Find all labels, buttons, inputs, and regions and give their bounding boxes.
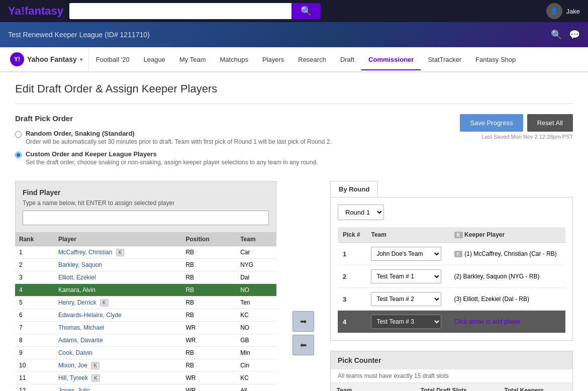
- player-row[interactable]: 6 Edwards-Helaire, Clyde RB KC: [15, 309, 276, 322]
- player-row[interactable]: 10 Mixon, Joe K RB Cin: [15, 359, 276, 372]
- player-link[interactable]: Hill, Tyreek: [58, 374, 88, 381]
- player-row[interactable]: 4 Kamara, Alvin RB NO: [15, 284, 276, 297]
- nav-brand[interactable]: Y! Yahoo Fantasy ▾: [4, 47, 89, 71]
- custom-radio[interactable]: [15, 152, 22, 158]
- save-progress-button[interactable]: Save Progress: [460, 114, 523, 132]
- player-team: NYG: [236, 259, 276, 271]
- player-row[interactable]: 7 Thomas, Michael WR NO: [15, 322, 276, 334]
- find-player-input[interactable]: [23, 211, 269, 225]
- nav: Y! Yahoo Fantasy ▾ Football '20 League M…: [0, 47, 588, 72]
- search-icon[interactable]: 🔍: [551, 29, 562, 40]
- pick-counter: Pick Counter All teams must have exactly…: [330, 351, 573, 391]
- team-select[interactable]: John Doe's Team: [371, 247, 441, 261]
- add-player-text[interactable]: Click arrow to add player: [454, 318, 521, 325]
- player-link[interactable]: McCaffrey, Christian: [58, 249, 113, 256]
- nav-brand-arrow-icon: ▾: [80, 57, 82, 62]
- player-rank: 12: [15, 384, 54, 392]
- player-link[interactable]: Henry, Derrick: [58, 299, 96, 306]
- player-name: Edwards-Helaire, Clyde: [54, 309, 182, 322]
- search-button[interactable]: 🔍: [291, 3, 321, 19]
- player-rank: 8: [15, 334, 54, 347]
- player-row[interactable]: 1 McCaffrey, Christian K RB Car: [15, 246, 276, 259]
- player-link[interactable]: Mixon, Joe: [58, 362, 87, 369]
- nav-item-league[interactable]: League: [137, 50, 172, 70]
- player-row[interactable]: 12 Jones, Julio WR All: [15, 384, 276, 392]
- nav-item-players[interactable]: Players: [255, 50, 291, 70]
- draft-row: 3 Test Team # 2 (3) Elliott, Ezekiel (Da…: [338, 288, 565, 311]
- player-team: Min: [236, 347, 276, 359]
- pick-number: 1: [343, 250, 346, 258]
- random-radio[interactable]: [15, 131, 22, 138]
- chat-icon[interactable]: 💬: [569, 29, 580, 40]
- nav-item-research[interactable]: Research: [291, 50, 333, 70]
- keeper-badge-cell: K: [454, 251, 463, 257]
- nav-item-football[interactable]: Football '20: [89, 50, 137, 70]
- col-rank: Rank: [15, 233, 54, 246]
- col-player: Player: [54, 233, 182, 246]
- player-link[interactable]: Barkley, Saquon: [58, 261, 102, 268]
- player-row[interactable]: 2 Barkley, Saquon RB NYG: [15, 259, 276, 271]
- nav-item-fantasyshop[interactable]: Fantasy Shop: [468, 50, 523, 70]
- player-position: RB: [181, 284, 236, 297]
- arrow-left-button[interactable]: ⬅: [292, 335, 314, 355]
- arrow-right-button[interactable]: ➡: [292, 311, 314, 332]
- player-row[interactable]: 3 Elliott, Ezekiel RB Dal: [15, 271, 276, 284]
- player-team: Ten: [236, 297, 276, 309]
- nav-item-matchups[interactable]: Matchups: [213, 50, 255, 70]
- player-link[interactable]: Elliott, Ezekiel: [58, 274, 96, 281]
- player-team: KC: [236, 372, 276, 384]
- pick-number: 4: [343, 318, 346, 326]
- team-select[interactable]: Test Team # 1: [371, 269, 441, 283]
- page-title: Edit Draft Order & Assign Keeper Players: [15, 82, 573, 104]
- player-link[interactable]: Thomas, Michael: [58, 324, 104, 331]
- draft-table: Pick # Team K Keeper Player 1 John Doe's…: [338, 227, 565, 333]
- arrow-buttons: ➡ ⬅: [288, 181, 318, 391]
- player-link[interactable]: Edwards-Helaire, Clyde: [58, 312, 122, 319]
- custom-label: Custom Order and Keeper League Players: [26, 150, 318, 158]
- player-team: NO: [236, 284, 276, 297]
- action-buttons: Save Progress Reset All: [460, 114, 573, 132]
- team-select[interactable]: Test Team # 3: [371, 315, 441, 329]
- player-link[interactable]: Kamara, Alvin: [58, 286, 95, 294]
- search-input[interactable]: [69, 3, 291, 19]
- player-link[interactable]: Jones, Julio: [58, 387, 90, 391]
- keeper-player-text: (2) Barkley, Saquon (NYG - RB): [454, 273, 540, 280]
- col-team: Team: [236, 233, 276, 246]
- nav-item-draft[interactable]: Draft: [333, 50, 361, 70]
- player-team: GB: [236, 334, 276, 347]
- pick-number: 2: [343, 273, 346, 280]
- player-team: NO: [236, 322, 276, 334]
- nav-item-stattracker[interactable]: StatTracker: [421, 50, 468, 70]
- player-rank: 6: [15, 309, 54, 322]
- reset-all-button[interactable]: Reset All: [527, 114, 573, 132]
- player-row[interactable]: 5 Henry, Derrick K RB Ten: [15, 297, 276, 309]
- player-row[interactable]: 11 Hill, Tyreek K WR KC: [15, 372, 276, 384]
- player-position: RB: [181, 259, 236, 271]
- player-rank: 9: [15, 347, 54, 359]
- team-select[interactable]: Test Team # 2: [371, 292, 441, 306]
- player-rank: 10: [15, 359, 54, 372]
- player-team: Dal: [236, 271, 276, 284]
- player-row[interactable]: 8 Adams, Davante WR GB: [15, 334, 276, 347]
- player-position: RB: [181, 347, 236, 359]
- player-position: WR: [181, 322, 236, 334]
- draft-col-pick: Pick #: [338, 227, 366, 243]
- nav-item-commissioner[interactable]: Commissioner: [361, 50, 421, 70]
- player-link[interactable]: Adams, Davante: [58, 337, 103, 344]
- logo-prefix: Ya: [8, 5, 21, 17]
- player-name: Henry, Derrick K: [54, 297, 182, 309]
- player-row[interactable]: 9 Cook, Dalvin RB Min: [15, 347, 276, 359]
- keeper-badge: K: [91, 374, 100, 382]
- round-select[interactable]: Round 1 Round 2 Round 3: [338, 205, 384, 220]
- nav-item-myteam[interactable]: My Team: [172, 50, 213, 70]
- draft-pick-header: Draft Pick Order Random Order, Snaking (…: [15, 114, 573, 171]
- player-position: RB: [181, 246, 236, 259]
- player-rank: 4: [15, 284, 54, 297]
- draft-row: 1 John Doe's Team K(1) McCaffrey, Christ…: [338, 243, 565, 265]
- player-link[interactable]: Cook, Dalvin: [58, 349, 92, 356]
- player-position: RB: [181, 309, 236, 322]
- nav-brand-label: Yahoo Fantasy: [27, 55, 77, 63]
- by-round-tab[interactable]: By Round: [330, 181, 378, 197]
- player-position: WR: [181, 334, 236, 347]
- player-name: Elliott, Ezekiel: [54, 271, 182, 284]
